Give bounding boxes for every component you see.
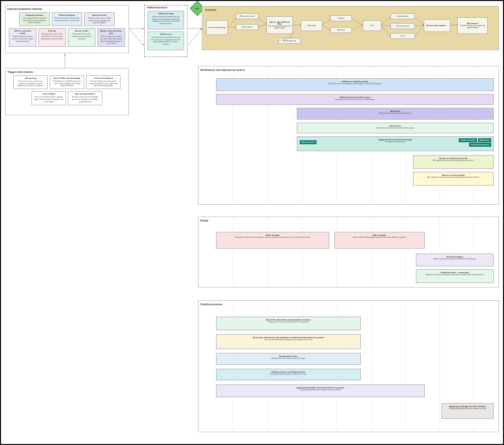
section-outside: Outside processes Search for alternative…: [198, 300, 499, 432]
card-key-rec: Key recommendation A trusted, well-known…: [68, 91, 102, 105]
section-title: Simulator: [205, 8, 496, 11]
card-media-social: Media, social networks, chat Write an or…: [97, 28, 125, 47]
card-author-brand: Author's personal brand People who know …: [9, 28, 36, 47]
lane-sales-2: Sales manager Helps to select the right …: [334, 232, 425, 249]
section-additional-products: Additional products GoPractice blog Usef…: [144, 5, 188, 57]
diamond-b2c: B2C: [192, 3, 203, 14]
card-referral: Referral program Get the simulator for f…: [52, 12, 82, 26]
section-simulator: Simulator Simulator landing page Write e…: [202, 6, 499, 50]
node-mentored: Mentored: [330, 27, 352, 33]
node-access: Access to the simulator →: [424, 19, 450, 32]
section-notifications: Notifications and channels we control Go…: [198, 66, 499, 205]
card-search-results: Search results People search for and fin…: [68, 28, 95, 47]
card-paid-ads: Paid ads Typically a job scenario: 'If y…: [38, 28, 66, 47]
card-self-test: Self free test Learn how much you actual…: [148, 32, 184, 50]
section-title: External acquisition channels: [7, 7, 126, 10]
section-people: People Sales manager Responds to emails …: [198, 217, 499, 287]
lane-reviews: Product reviews on third-party sites Dec…: [216, 369, 361, 381]
node-invoice: Invoice: [390, 33, 415, 39]
node-installment: Installment plan: [390, 13, 415, 19]
card-corp-partners: Corporate partners Conversations between…: [19, 12, 50, 26]
lane-triggered: Triggered and transaction messages Messa…: [297, 136, 494, 151]
card-lack-depth: Lack of depth Desire to understand the t…: [32, 91, 66, 105]
lane-community: GoPractice team + community Answers cour…: [416, 269, 494, 283]
section-title: Triggers and contexts: [7, 70, 126, 73]
section-triggers: Triggers and contexts Job posting The pe…: [5, 68, 129, 115]
section-title: Additional products: [147, 6, 185, 9]
node-select-type: Select type: [301, 20, 322, 31]
lane-slack: GoPractice Connect Slack space People di…: [216, 94, 494, 105]
lane-emailseries: Email series Automated email marketing t…: [297, 123, 494, 133]
lane-apply-free: Applying knowledge from free products in…: [216, 384, 425, 397]
node-upfront: Upfront payment: [390, 23, 415, 29]
node-aha: "Aha moment" Complete materials, gain in…: [457, 17, 488, 34]
section-title: People: [200, 219, 497, 222]
lane-student-community: Access to student community After paying…: [413, 155, 494, 169]
section-title: Outside processes: [200, 303, 497, 306]
section-title: Notifications and channels we control: [200, 68, 497, 71]
card-lack-skills: Lack of skills and knowledge The feeling…: [50, 75, 84, 89]
node-ordinary: Ordinary: [330, 15, 352, 21]
card-wom: Word of mouth People tell others about a…: [84, 12, 115, 26]
lane-search-alt: Search for alternatives and competitor r…: [216, 317, 361, 330]
lane-mailing: Mailing list GoPractice materials sent w…: [297, 108, 494, 120]
chip-install: Installment plan approved: [469, 143, 491, 147]
lane-postpone: Postponing for later Waiting to have mor…: [216, 353, 361, 365]
node-pay: Pay: [363, 20, 381, 31]
lane-discuss: Discussion with friends and colleagues o…: [216, 334, 361, 349]
node-gift-card: Activate gift card: [278, 38, 301, 44]
chip-mentor: Mentor group: [478, 138, 491, 142]
lane-mentor-group: Access to mentor group After paying for …: [413, 172, 494, 186]
node-email-sales: Write email to sales: [236, 13, 258, 19]
node-read-reviews: Read reviews: [236, 24, 258, 30]
chip-signup: Sign-up successful: [300, 140, 317, 144]
chip-payment: Payment successful: [459, 138, 476, 142]
card-blog: GoPractice blog Useful articles about a …: [148, 11, 184, 30]
lane-linkedin: GoPractice LinkedIn activity People lear…: [216, 78, 494, 91]
card-career-dev: Career development Recommendations to us…: [86, 75, 121, 89]
node-landing: Simulator landing page: [206, 20, 228, 35]
card-job-posting: Job posting The person is up for a new j…: [13, 75, 48, 89]
lane-sales-1: Sales manager Responds to emails and cha…: [216, 232, 329, 249]
lane-apply-sim: Applying knowledge from the simulator Us…: [441, 403, 494, 419]
node-sign-in: Sign in / sign up (Normal Way) Enter ema…: [266, 16, 293, 34]
section-external-channels: External acquisition channels Corporate …: [5, 5, 129, 53]
cjm-canvas: External acquisition channels Corporate …: [0, 0, 504, 445]
lane-tech-support: Technical support Answers questions from…: [416, 254, 494, 266]
